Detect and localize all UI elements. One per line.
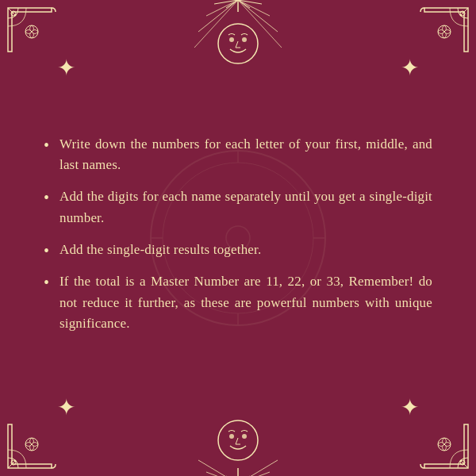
sun-top-decoration (190, 0, 286, 63)
svg-line-30 (206, 472, 238, 476)
svg-line-32 (198, 460, 238, 476)
svg-line-33 (238, 460, 278, 476)
sun-bottom-decoration (190, 413, 286, 476)
svg-line-16 (238, 0, 278, 32)
corner-decoration-br (416, 416, 472, 472)
main-container: ✦ ✦ ✦ ✦ Write down the numbers for each … (0, 0, 476, 476)
svg-point-22 (218, 420, 258, 460)
svg-point-24 (242, 434, 247, 439)
svg-point-23 (229, 434, 234, 439)
svg-point-21 (242, 37, 247, 42)
corner-decoration-tr (416, 4, 472, 60)
list-item: If the total is a Master Number are 11, … (44, 271, 432, 334)
corner-decoration-bl (4, 416, 60, 472)
list-item: Add the single-digit results together. (44, 240, 432, 260)
corner-decoration-tl (4, 4, 60, 60)
list-item: Write down the numbers for each letter o… (44, 134, 432, 176)
svg-line-15 (198, 0, 238, 32)
svg-line-31 (238, 472, 270, 476)
svg-point-20 (229, 37, 234, 42)
instructions-list: Write down the numbers for each letter o… (44, 134, 432, 335)
list-item: Add the digits for each name separately … (44, 186, 432, 228)
content-area: Write down the numbers for each letter o… (0, 63, 476, 414)
svg-point-19 (218, 24, 258, 63)
